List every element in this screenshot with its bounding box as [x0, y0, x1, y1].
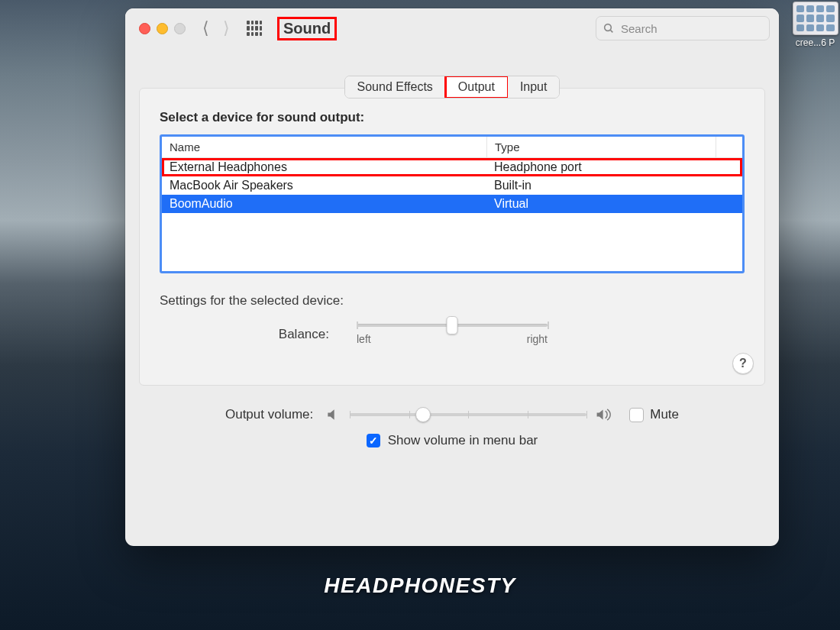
balance-right-caption: right — [527, 333, 548, 345]
volume-slider-thumb[interactable] — [415, 407, 431, 422]
output-device-heading: Select a device for sound output: — [160, 110, 745, 125]
output-panel: Select a device for sound output: Name T… — [139, 88, 765, 386]
mute-label: Mute — [650, 407, 679, 422]
fullscreen-window-button — [174, 23, 186, 34]
balance-slider-thumb[interactable] — [447, 316, 458, 334]
output-volume-label: Output volume: — [225, 407, 313, 422]
main-area: Sound Effects Output Input Select a devi… — [125, 48, 779, 546]
device-type: Built-in — [486, 176, 742, 195]
desktop-file-thumbnail[interactable]: cree...6 P — [790, 2, 840, 48]
thumbnail-label: cree...6 P — [790, 37, 840, 48]
device-table-header: Name Type — [162, 137, 742, 158]
device-type: Virtual — [486, 195, 742, 213]
help-button[interactable]: ? — [732, 353, 754, 374]
search-icon — [603, 22, 615, 34]
mute-checkbox-box[interactable] — [629, 408, 644, 422]
show-volume-menubar-label: Show volume in menu bar — [388, 433, 538, 448]
close-window-button[interactable] — [139, 23, 150, 34]
search-input[interactable] — [619, 21, 763, 36]
device-type: Headphone port — [486, 158, 742, 176]
window-traffic-lights — [139, 23, 186, 34]
thumbnail-icon — [793, 2, 838, 35]
toolbar-search[interactable] — [596, 16, 770, 40]
balance-left-caption: left — [357, 333, 371, 345]
nav-forward-button: ⟩ — [223, 18, 230, 38]
output-volume-slider[interactable] — [350, 413, 586, 416]
show-volume-menubar-row[interactable]: ✓ Show volume in menu bar — [162, 433, 742, 448]
column-type[interactable]: Type — [487, 137, 716, 157]
help-icon: ? — [739, 357, 747, 370]
tabs-row: Sound Effects Output Input — [139, 48, 765, 99]
device-row-external-headphones[interactable]: External Headphones Headphone port — [162, 158, 742, 176]
nav-back-button[interactable]: ⟨ — [202, 18, 209, 38]
device-name: External Headphones — [162, 158, 486, 176]
nav-arrows: ⟨ ⟩ — [202, 18, 230, 38]
device-row-boomaudio[interactable]: BoomAudio Virtual — [162, 195, 742, 213]
tab-sound-effects[interactable]: Sound Effects — [345, 76, 446, 98]
desktop-background: cree...6 P ⟨ ⟩ Sound — [0, 0, 840, 630]
output-volume-row: Output volume: — [162, 407, 742, 422]
sound-prefs-window: ⟨ ⟩ Sound Sound Effects Outp — [125, 8, 779, 546]
tab-output[interactable]: Output — [446, 76, 508, 98]
svg-line-1 — [610, 30, 612, 32]
show-all-prefs-button[interactable] — [247, 21, 262, 36]
svg-point-0 — [605, 24, 612, 31]
window-toolbar: ⟨ ⟩ Sound — [125, 8, 779, 48]
window-title: Sound — [279, 18, 335, 39]
volume-area: Output volume: — [139, 386, 765, 448]
tabs-segmented-control: Sound Effects Output Input — [344, 76, 561, 99]
balance-label: Balance: — [161, 327, 329, 342]
column-name[interactable]: Name — [162, 137, 487, 157]
balance-slider[interactable]: left right — [357, 324, 548, 345]
output-device-table[interactable]: Name Type External Headphones Headphone … — [160, 134, 745, 273]
speaker-low-icon — [325, 407, 341, 422]
speaker-high-icon — [596, 407, 614, 422]
watermark-text: HEADPHONESTY — [0, 573, 840, 598]
balance-row: Balance: left right — [160, 324, 745, 345]
selected-device-settings-label: Settings for the selected device: — [160, 293, 745, 309]
show-volume-menubar-checkbox[interactable]: ✓ — [367, 434, 380, 447]
minimize-window-button[interactable] — [157, 23, 168, 34]
tab-input[interactable]: Input — [508, 76, 560, 98]
device-name: BoomAudio — [162, 195, 486, 213]
mute-checkbox[interactable]: Mute — [629, 407, 679, 422]
device-row-macbook-speakers[interactable]: MacBook Air Speakers Built-in — [162, 176, 742, 195]
device-name: MacBook Air Speakers — [162, 176, 486, 195]
